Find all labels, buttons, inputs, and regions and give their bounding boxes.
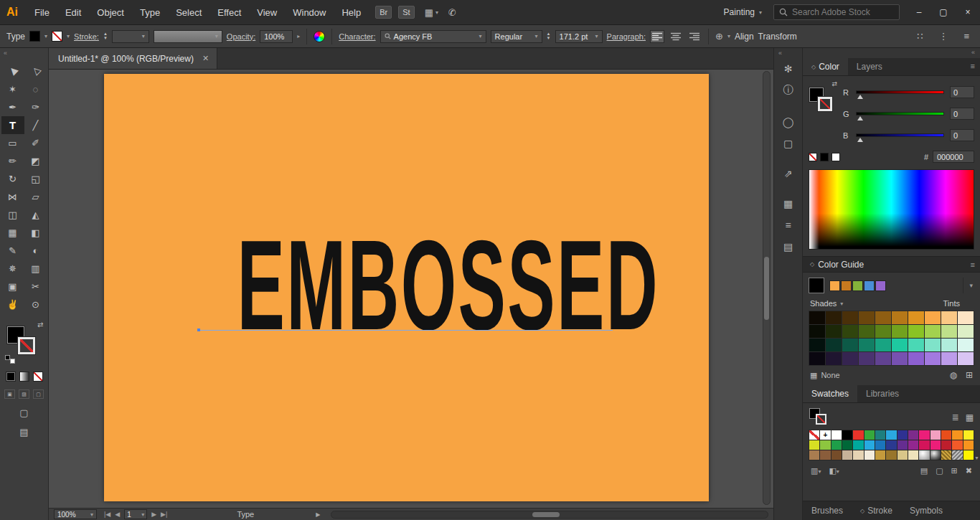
variation-swatch[interactable] [809, 352, 825, 365]
variation-swatch[interactable] [925, 339, 941, 351]
panel-options-icon[interactable]: ⋮ [938, 31, 948, 42]
font-family-dropdown[interactable]: Agency FB ▾ [380, 30, 486, 43]
harmony-swatch[interactable] [864, 280, 875, 291]
artboards-icon[interactable]: ▢ [779, 134, 798, 153]
tab-layers[interactable]: Layers [848, 58, 891, 75]
color-swatch[interactable] [831, 440, 842, 450]
tab-color[interactable]: ◇Color [803, 58, 848, 75]
align-left-button[interactable] [650, 30, 664, 43]
variation-swatch[interactable] [842, 325, 858, 338]
line-segment-tool[interactable]: ╱ [24, 116, 47, 134]
vertical-scrollbar-thumb[interactable] [764, 257, 769, 320]
panel-menu-icon[interactable]: ≡ [971, 260, 975, 269]
symbol-sprayer-tool[interactable]: ✵ [1, 260, 24, 278]
color-swatch[interactable] [930, 440, 941, 450]
harmony-swatch[interactable] [875, 280, 886, 291]
collapse-panels-icon[interactable]: « [803, 48, 980, 58]
color-swatch[interactable] [864, 440, 875, 450]
close-button[interactable]: × [956, 0, 980, 24]
width-profile-dropdown[interactable]: ▾ [154, 30, 222, 43]
direct-selection-tool[interactable]: ▷ [24, 62, 47, 80]
none-mode-button[interactable] [33, 372, 43, 382]
color-mode-button[interactable] [6, 372, 16, 382]
chevron-down-icon[interactable]: ▾ [44, 33, 47, 39]
device-preview-button[interactable]: ✆ [448, 7, 456, 18]
chevron-down-icon[interactable]: ▾ [840, 301, 843, 307]
menu-view[interactable]: View [249, 0, 285, 24]
pen-tool[interactable]: ✒ [1, 98, 24, 116]
variation-swatch[interactable] [908, 311, 924, 324]
toolbar-collapse-icon[interactable]: « [0, 48, 48, 57]
variation-swatch[interactable] [941, 352, 957, 365]
draw-inside-button[interactable]: ▢ [33, 389, 44, 399]
selection-tool[interactable]: ▶ [1, 62, 24, 80]
color-swatch[interactable] [875, 450, 885, 460]
free-transform-tool[interactable]: ▱ [24, 188, 47, 206]
color-swatch[interactable] [941, 430, 951, 440]
color-swatch[interactable] [820, 440, 830, 450]
swatch-libraries-icon[interactable]: ▥▾ [811, 466, 821, 476]
color-swatch[interactable] [853, 430, 863, 440]
language-globe-icon[interactable]: ⊕ [715, 31, 723, 42]
align-icon[interactable]: ≡ [779, 216, 798, 235]
font-size-dropdown[interactable]: 171.2 pt ▾ [555, 30, 603, 43]
chevron-down-icon[interactable]: ▾ [727, 33, 730, 39]
new-color-group-icon[interactable]: ▢ [936, 466, 943, 476]
color-swatch[interactable] [820, 450, 830, 460]
color-swatch[interactable] [897, 450, 908, 460]
rectangle-tool[interactable]: ▭ [1, 134, 24, 152]
color-swatch[interactable] [930, 430, 941, 440]
workspace-switcher[interactable]: Painting ▾ [724, 7, 762, 17]
save-color-group-icon[interactable]: ⊞ [966, 370, 973, 380]
variation-swatch[interactable] [875, 311, 891, 324]
b-channel-slider[interactable] [856, 133, 944, 137]
variation-swatch[interactable] [875, 325, 891, 338]
stroke-color-proxy[interactable] [18, 337, 35, 354]
color-swatch[interactable] [952, 430, 962, 440]
variation-swatch[interactable] [809, 311, 825, 324]
variation-swatch[interactable] [826, 311, 842, 324]
color-swatch[interactable] [831, 450, 842, 460]
expand-panels-icon[interactable]: « [774, 48, 802, 58]
dock-panels-icon[interactable]: ∷ [917, 31, 923, 42]
document-tab[interactable]: Untitled-1* @ 100% (RGB/Preview) ✕ [49, 48, 217, 69]
hex-input[interactable] [933, 151, 974, 163]
eraser-tool[interactable]: ◩ [24, 152, 47, 170]
tab-stroke[interactable]: ◇Stroke [852, 501, 901, 520]
panel-menu-icon[interactable]: ≡ [971, 62, 975, 70]
color-swatch[interactable] [963, 450, 974, 460]
color-swatch[interactable] [963, 430, 974, 440]
default-fill-stroke-icon[interactable] [5, 355, 15, 364]
lasso-tool[interactable]: ◌ [24, 80, 47, 98]
variation-swatch[interactable] [941, 339, 957, 351]
color-swatch[interactable] [809, 450, 819, 460]
stock-search-input[interactable] [792, 7, 894, 17]
gradient-mode-button[interactable] [19, 372, 29, 382]
black-color-swatch[interactable] [820, 153, 829, 161]
tab-swatches[interactable]: Swatches [803, 385, 857, 402]
variation-swatch[interactable] [875, 352, 891, 365]
color-swatch[interactable] [886, 440, 896, 450]
variation-swatch[interactable] [908, 325, 924, 338]
menu-edit[interactable]: Edit [57, 0, 89, 24]
draw-behind-button[interactable]: ▨ [19, 389, 29, 399]
chevron-right-icon[interactable]: ▸ [297, 33, 300, 39]
edit-colors-icon[interactable]: ◍ [949, 370, 956, 380]
variation-swatch[interactable] [826, 352, 842, 365]
swatch-pattern[interactable] [941, 450, 951, 460]
limit-colors-value[interactable]: None [821, 371, 839, 379]
swatch-white-gradient[interactable] [919, 450, 929, 460]
swatch-none[interactable] [809, 430, 819, 440]
white-color-swatch[interactable] [831, 153, 840, 161]
zoom-tool[interactable]: ⊙ [24, 296, 47, 313]
harmony-swatch[interactable] [852, 280, 863, 291]
previous-artboard-button[interactable]: ◀ [115, 511, 120, 518]
swatch-kinds-icon[interactable]: ◧▾ [829, 466, 839, 476]
screen-mode-button[interactable]: ▢ [19, 407, 28, 418]
variation-swatch[interactable] [826, 325, 842, 338]
character-panel-link[interactable]: Character: [339, 32, 375, 41]
tab-libraries[interactable]: Libraries [857, 385, 908, 402]
color-swatch[interactable] [886, 430, 896, 440]
menu-object[interactable]: Object [89, 0, 132, 24]
color-swatch[interactable] [853, 450, 863, 460]
